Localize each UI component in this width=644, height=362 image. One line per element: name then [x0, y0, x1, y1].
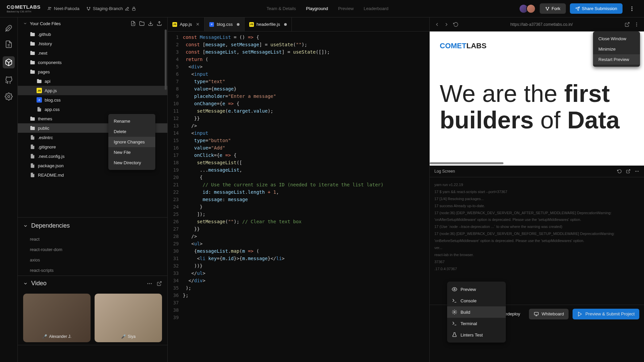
preview-scrollbar[interactable] — [430, 162, 503, 164]
github-icon[interactable] — [5, 76, 13, 84]
editor: JSApp.js✕#blog.cssJSheaderfile.js 123456… — [168, 17, 429, 362]
video-header[interactable]: Video — [23, 280, 47, 287]
editor-tab[interactable]: JSheaderfile.js — [245, 17, 292, 31]
nav-playground[interactable]: Playground — [306, 6, 328, 11]
file-tree-item[interactable]: api — [18, 76, 167, 86]
dependency-item[interactable]: react — [18, 234, 167, 244]
scrollbar[interactable] — [165, 29, 167, 217]
tool-item[interactable]: Console — [447, 295, 506, 306]
video-tile[interactable]: 🎤Alexander J. — [23, 294, 91, 342]
preview-context-menu: Close WindowMinimizeRestart Preview — [593, 32, 640, 67]
chevron-down-icon — [23, 281, 28, 286]
preview-menu-item[interactable]: Minimize — [593, 44, 640, 54]
submit-button[interactable]: Preview & Submit Project — [573, 309, 639, 319]
svg-point-7 — [548, 7, 549, 8]
preview-menu-item[interactable]: Restart Preview — [593, 54, 640, 65]
svg-point-14 — [149, 283, 150, 284]
submit-label: Preview & Submit Project — [585, 311, 635, 316]
logo[interactable]: C⊙METLABS Backed by CIE-IIITH — [7, 4, 41, 13]
popout-icon[interactable] — [626, 169, 631, 174]
preview-menu-item[interactable]: Close Window — [593, 34, 640, 44]
context-menu-item[interactable]: Delete — [108, 126, 155, 137]
nav-preview[interactable]: Preview — [338, 6, 354, 11]
download-icon[interactable] — [148, 21, 153, 26]
popout-icon[interactable] — [157, 281, 162, 287]
edit-icon[interactable] — [125, 6, 129, 11]
svg-rect-5 — [132, 8, 135, 10]
dependency-item[interactable]: react-scripts — [18, 265, 167, 276]
file-tree-item[interactable]: app.css — [18, 105, 167, 114]
more-horizontal-icon[interactable] — [147, 281, 153, 287]
dependencies-header[interactable]: Dependencies — [18, 218, 167, 234]
new-file-icon[interactable] — [130, 21, 136, 26]
settings-icon[interactable] — [5, 93, 13, 101]
code-editor[interactable]: 1234567891011121314151617181920212223242… — [168, 32, 429, 362]
file-tree-item[interactable]: pages — [18, 67, 167, 76]
play-icon — [577, 311, 583, 317]
main-nav: Team & Details Playground Preview Leader… — [267, 6, 388, 11]
svg-point-15 — [151, 283, 152, 284]
mic-muted-icon: 🎤 — [42, 334, 47, 339]
file-tree-item[interactable]: #blog.css — [18, 95, 167, 105]
tools-menu: PreviewConsoleBuildTerminalLinters Test — [447, 282, 506, 343]
code-files-title: Your Code Files — [30, 21, 61, 26]
svg-point-18 — [636, 26, 637, 26]
preview-logo-a: COMET — [440, 42, 466, 50]
editor-tabs: JSApp.js✕#blog.cssJSheaderfile.js — [168, 17, 429, 32]
tool-item[interactable]: Build — [447, 306, 506, 318]
lock-icon[interactable] — [131, 6, 136, 11]
file-tree-item[interactable]: components — [18, 58, 167, 67]
nav-team-details[interactable]: Team & Details — [267, 6, 296, 11]
more-horizontal-icon[interactable] — [635, 169, 639, 174]
context-menu-item[interactable]: New Directory — [108, 158, 155, 168]
preview-url[interactable]: https://lab-a37367.cometlabs.co.in/ — [463, 22, 621, 27]
whiteboard-button[interactable]: Whiteboard — [529, 309, 569, 319]
share-button[interactable]: Share Submission — [570, 3, 623, 14]
branch-name[interactable]: Staging-Branch — [86, 6, 137, 11]
editor-tab[interactable]: #blog.css — [205, 17, 245, 31]
file-tree-item[interactable]: README.md — [18, 170, 167, 180]
code-files-header[interactable]: Your Code Files — [18, 17, 167, 29]
upload-icon[interactable] — [157, 21, 162, 26]
popout-icon[interactable] — [625, 22, 630, 27]
preview-text-2: of — [534, 107, 567, 133]
video-tile[interactable]: 🎤Siya — [95, 294, 162, 342]
more-menu-button[interactable] — [627, 3, 637, 14]
forward-icon[interactable] — [444, 22, 449, 27]
fork-icon — [545, 6, 550, 11]
nav-leaderboard[interactable]: Leaderboard — [364, 6, 388, 11]
tool-item[interactable]: Terminal — [447, 318, 506, 329]
editor-tab[interactable]: JSApp.js✕ — [168, 17, 205, 31]
back-icon[interactable] — [434, 22, 440, 27]
preview-logo-b: LABS — [466, 42, 486, 50]
box-icon[interactable] — [3, 56, 15, 68]
svg-point-3 — [89, 7, 90, 8]
more-vertical-icon[interactable] — [634, 22, 639, 27]
file-tree-item[interactable]: JSApp.js — [18, 86, 167, 95]
close-icon[interactable]: ✕ — [196, 22, 200, 27]
file-tree-item[interactable]: .history — [18, 39, 167, 48]
video-participant-name: Alexander J. — [49, 334, 71, 339]
file-tree-item[interactable]: .github — [18, 29, 167, 39]
preview-panel: https://lab-a37367.cometlabs.co.in/ Clos… — [429, 17, 644, 362]
avatar[interactable] — [526, 4, 536, 13]
new-folder-icon[interactable] — [139, 21, 145, 26]
tool-item[interactable]: Linters Test — [447, 329, 506, 341]
video-participant-name: Siya — [128, 334, 136, 339]
context-menu-item[interactable]: Ignore Changes — [108, 137, 155, 147]
tool-item[interactable]: Preview — [447, 284, 506, 295]
document-icon[interactable] — [5, 40, 13, 48]
context-menu-item[interactable]: New File — [108, 147, 155, 158]
feather-icon[interactable] — [5, 24, 13, 32]
file-tree-item[interactable]: .next — [18, 48, 167, 58]
team-name[interactable]: Neet-Pakoda — [47, 6, 79, 11]
dependency-item[interactable]: react-router-dom — [18, 244, 167, 255]
svg-point-23 — [454, 311, 455, 313]
fork-button[interactable]: Fork — [540, 3, 566, 14]
context-menu-item[interactable]: Rename — [108, 116, 155, 126]
reload-icon[interactable] — [617, 169, 622, 174]
dependency-item[interactable]: axios — [18, 255, 167, 265]
reload-icon[interactable] — [453, 22, 459, 27]
preview-text-1: We are the — [440, 80, 564, 107]
collaborator-avatars[interactable] — [519, 4, 536, 13]
